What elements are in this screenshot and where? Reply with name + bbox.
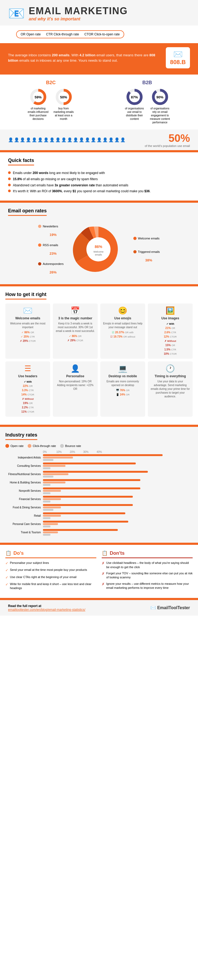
donts-icon: 📋 xyxy=(102,550,108,556)
timing-icon: 🕐 xyxy=(150,364,190,373)
tip-headers-title: Use headers xyxy=(8,374,48,378)
pie-center-label: Welcome xyxy=(93,250,103,253)
abbrev-or: OR Open rate xyxy=(21,32,41,36)
tip-headers-stats: ✓ With 22% OR 3.3% CTR 14% CTOR ✗ Withou… xyxy=(8,380,48,414)
chart-legend: Open rate Click-through rate Bounce rate xyxy=(5,444,193,448)
person-orange-2: 👤 xyxy=(14,137,19,142)
b2b-desc-2: of organisations rely on email engagemen… xyxy=(149,107,171,124)
legend-triggered: Triggered emails xyxy=(133,250,160,253)
page-header: 📧 EMAIL MARKETING and why it's so import… xyxy=(0,0,198,25)
headers-icon: ☰ xyxy=(8,364,48,373)
legend-label-ctr: Click-through rate xyxy=(33,444,56,447)
page-title: EMAIL MARKETING xyxy=(29,5,128,17)
welcome-icon: ✉️ xyxy=(8,306,48,315)
abbrev-ctr: CTR Click-through rate xyxy=(46,32,79,36)
dos-text-4: Write for mobile first and keep it short… xyxy=(10,582,96,590)
bars-artists xyxy=(43,454,193,461)
stats-section: B2C 59% of marketing emails influenced t… xyxy=(0,75,198,129)
donts-item-3: ✗ Ignore your results – use different me… xyxy=(102,582,193,590)
b2c-donut-1: 59% xyxy=(30,88,47,106)
abbrev-ctor: CTOR Click-to-open rate xyxy=(84,32,120,36)
tip-images: 🖼️ Use images ✓ With 21% OR 2.6% CTR 12%… xyxy=(148,304,193,359)
axis-40: 40% xyxy=(97,450,110,453)
person-orange-9: 👤 xyxy=(55,137,61,142)
bar-br-artists xyxy=(43,459,53,461)
donts-title: 📋 Don'ts xyxy=(102,550,193,558)
donts-list: ✗ Use clickbait headlines – the body of … xyxy=(102,561,193,590)
bar-row-food: Food & Dining Services xyxy=(5,504,193,511)
bar-label-fitness: Fitness/Nutritional Services xyxy=(5,473,43,476)
stats-grid: B2C 59% of marketing emails influenced t… xyxy=(3,80,195,124)
open-rates-title: Email open rates xyxy=(8,208,47,216)
divider-3 xyxy=(0,200,198,203)
magic-icon: 📅 xyxy=(56,306,95,315)
b2b-donut-1: 87% xyxy=(126,88,143,106)
person-grey-6: 👤 xyxy=(97,137,102,142)
dos-list: ✓ Personalise your subject lines ✓ Send … xyxy=(5,561,96,590)
legend-welcome-label: Welcome emails xyxy=(138,237,160,240)
bar-row-retail: Retail xyxy=(5,512,193,519)
pie-chart: 86% Welcome emails xyxy=(72,223,125,276)
desktop-icon: 💻 xyxy=(103,364,142,373)
legend-open-rate: Open rate xyxy=(5,444,24,448)
pie-center-pct: 86% xyxy=(95,245,102,249)
bars-personalcare xyxy=(43,521,193,527)
quick-facts-title: Quick facts xyxy=(8,158,34,165)
bars-travel xyxy=(43,529,193,536)
bar-row-artists: Independent Artists xyxy=(5,454,193,461)
b2b-section: B2B 87% of organisations use email to di… xyxy=(99,80,195,124)
b2b-donut-2: 90% xyxy=(151,88,169,106)
donts-item-1: ✗ Use clickbait headlines – the body of … xyxy=(102,561,193,569)
tip-timing-title: Timing is everything xyxy=(150,374,190,378)
emojis-icon: 😊 xyxy=(103,306,142,315)
footer-text-block: Read the full report at emailtooltester.… xyxy=(8,604,85,612)
footer-link[interactable]: emailtooltester.com/en/blog/email-market… xyxy=(8,608,85,612)
donts-text-3: Ignore your results – use different metr… xyxy=(106,582,193,590)
open-rates-section: Email open rates Newsletters 19% RSS ema… xyxy=(0,203,198,284)
tip-personalise: 👤 Personalise Non-personalised: 19% ORAd… xyxy=(53,361,97,417)
bar-or-financial xyxy=(43,496,133,498)
bar-br-financial xyxy=(43,501,50,503)
divider-5 xyxy=(0,425,198,427)
fact-item-3: Abandoned cart emails have 3x greater co… xyxy=(8,183,190,188)
dos-donts-section: 📋 Do's ✓ Personalise your subject lines … xyxy=(0,545,198,598)
tip-desktop-title: Desktop vs mobile xyxy=(103,374,142,378)
bar-ctr-artists xyxy=(43,457,73,458)
pie-labels-right: Welcome emails Triggered emails 38% xyxy=(133,237,160,262)
axis-0: 0% xyxy=(43,450,56,453)
bar-or-artists xyxy=(43,454,163,456)
legend-triggered-label: Triggered emails xyxy=(138,250,160,253)
b2b-stat-1: 87% of organisations use email to distri… xyxy=(124,88,145,124)
bar-label-consulting: Consulting Services xyxy=(5,464,43,468)
bar-label-personalcare: Personal Care Services xyxy=(5,522,43,526)
tip-desktop-desc: Emails are more commonly opened on deskt… xyxy=(103,380,142,387)
tip-magic-title: 3 is the magic number xyxy=(56,317,95,320)
person-orange-5: 👤 xyxy=(32,137,37,142)
images-icon: 🖼️ xyxy=(150,306,190,315)
bar-ctr-personalcare xyxy=(43,523,58,525)
person-grey-2: 👤 xyxy=(73,137,78,142)
triggered-pct: 38% xyxy=(137,258,160,262)
fact-item-1: Emails under 200 words long are most lik… xyxy=(8,171,190,175)
tip-welcome: ✉️ Welcome emails Welcome emails are the… xyxy=(5,304,50,359)
person-orange-6: 👤 xyxy=(38,137,43,142)
tip-emojis-stats: ☑ 20.37% OR with ☑ 19.73% OR without xyxy=(103,330,142,339)
legend-rss-label: RSS emails xyxy=(43,243,58,247)
bar-ctr-consulting xyxy=(43,465,65,467)
dos-text-2: Send your email at the time most people … xyxy=(10,568,87,572)
axis-10: 10% xyxy=(56,450,70,453)
legend-newsletters: Newsletters xyxy=(38,225,64,228)
bar-label-artists: Independent Artists xyxy=(5,456,43,459)
bar-ctr-retail xyxy=(43,515,61,517)
b2c-circles: 59% of marketing emails influenced their… xyxy=(3,88,99,121)
fifty-percent-block: 50% of the world's population use email xyxy=(145,132,190,148)
abbrev-bar: OR Open rate CTR Click-through rate CTOR… xyxy=(16,30,124,38)
b2c-desc-2: buy from marketing emails at least once … xyxy=(53,107,74,121)
person-orange-3: 👤 xyxy=(20,137,25,142)
person-grey-5: 👤 xyxy=(91,137,96,142)
bar-label-travel: Travel & Tourism xyxy=(5,531,43,534)
quick-facts-section: Quick facts Emails under 200 words long … xyxy=(0,152,198,200)
bars-financial xyxy=(43,496,193,503)
b2b-label: B2B xyxy=(99,80,195,86)
dos-text-1: Personalise your subject lines xyxy=(10,561,49,565)
